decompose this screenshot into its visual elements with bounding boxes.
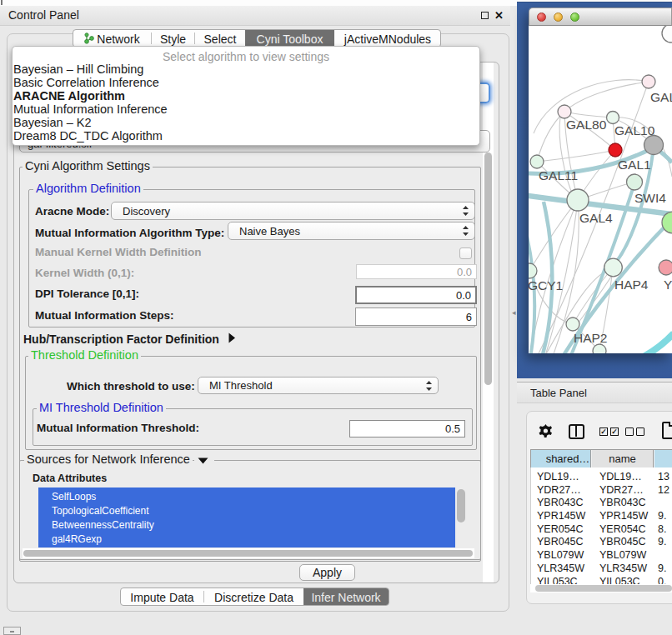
svg-text:GAL80: GAL80 (566, 118, 607, 132)
svg-text:GAL11: GAL11 (539, 168, 578, 182)
svg-text:GAL4: GAL4 (579, 211, 613, 225)
svg-text:GAL7: GAL7 (650, 90, 672, 104)
svg-text:HAP4: HAP4 (614, 278, 649, 292)
svg-text:SWI4: SWI4 (634, 191, 666, 205)
svg-text:GCY1: GCY1 (529, 278, 563, 292)
svg-text:Y: Y (664, 278, 672, 292)
svg-text:GAL10: GAL10 (614, 123, 655, 138)
svg-text:GAL1: GAL1 (618, 158, 651, 172)
svg-text:HAP2: HAP2 (574, 331, 608, 345)
